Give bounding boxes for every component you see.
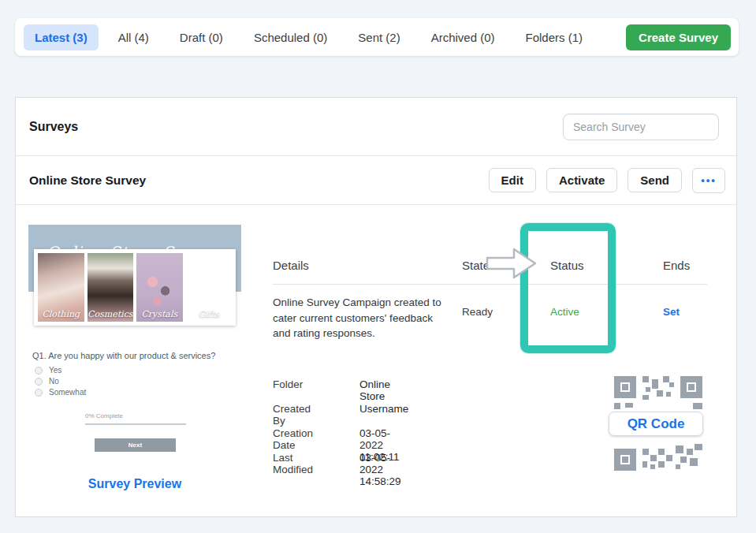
meta-folder-label: Folder xyxy=(273,378,303,390)
callout-arrow-icon xyxy=(486,246,538,281)
progress-label: 0% Complete xyxy=(85,412,123,419)
option-yes: Yes xyxy=(35,366,61,375)
tab-latest[interactable]: Latest (3) xyxy=(24,24,99,50)
create-survey-button[interactable]: Create Survey xyxy=(626,24,731,50)
radio-icon xyxy=(35,389,43,397)
tab-draft[interactable]: Draft (0) xyxy=(169,24,234,50)
status-value: Active xyxy=(550,306,579,318)
search-input[interactable] xyxy=(563,114,719,140)
more-options-button[interactable]: ••• xyxy=(692,168,725,193)
survey-name: Online Store Survey xyxy=(29,173,146,188)
page-title: Surveys xyxy=(29,120,78,134)
survey-tabbar: Latest (3) All (4) Draft (0) Scheduled (… xyxy=(15,18,739,56)
clothing-photo: Clothing xyxy=(38,253,84,322)
meta-last-modified-value: 03-05-2022 14:58:29 xyxy=(359,452,401,487)
survey-detail-content: Online Store Survey Clothing Cosmetics C… xyxy=(16,205,736,517)
survey-preview-link[interactable]: Survey Preview xyxy=(16,477,254,491)
radio-icon xyxy=(35,367,43,375)
survey-description: Online Survey Campaign created to cater … xyxy=(273,295,445,341)
header-details: Details xyxy=(273,259,309,272)
tab-folders[interactable]: Folders (1) xyxy=(515,24,594,50)
tab-all[interactable]: All (4) xyxy=(107,24,160,50)
survey-actions: Edit Activate Send ••• xyxy=(489,168,725,193)
send-button[interactable]: Send xyxy=(628,168,682,192)
gifts-photo: Gifts xyxy=(186,253,233,322)
meta-folder-value: Online Store xyxy=(359,378,390,402)
preview-question: Q1. Are you happy with our product & ser… xyxy=(32,351,215,360)
meta-last-modified-label: Last Modified xyxy=(273,452,313,475)
tab-sent[interactable]: Sent (2) xyxy=(347,24,411,50)
clothing-label: Clothing xyxy=(38,309,84,319)
meta-created-by-label: Created By xyxy=(273,403,311,427)
activate-button[interactable]: Activate xyxy=(546,168,617,192)
header-ends: Ends xyxy=(663,259,690,272)
panel-header: Surveys xyxy=(16,98,736,156)
state-value: Ready xyxy=(462,306,493,318)
header-status: Status xyxy=(550,259,584,272)
option-no-label: No xyxy=(49,377,59,386)
radio-icon xyxy=(35,378,43,386)
survey-list-row: Online Store Survey Edit Activate Send •… xyxy=(16,156,736,205)
meta-creation-date-label: Creation Date xyxy=(273,427,313,451)
qr-code-button[interactable]: QR Code xyxy=(609,412,703,436)
qr-code-label: QR Code xyxy=(628,416,685,432)
crystals-label: Crystals xyxy=(136,309,183,319)
table-divider xyxy=(273,284,707,285)
cosmetics-label: Cosmetics xyxy=(88,309,134,319)
ellipsis-icon: ••• xyxy=(701,174,717,186)
option-no: No xyxy=(35,377,59,386)
option-somewhat-label: Somewhat xyxy=(49,388,86,397)
gifts-label: Gifts xyxy=(186,309,233,319)
edit-button[interactable]: Edit xyxy=(489,168,536,192)
tab-archived[interactable]: Archived (0) xyxy=(420,24,506,50)
meta-created-by-value: Username xyxy=(359,403,408,415)
cosmetics-photo: Cosmetics xyxy=(88,253,134,322)
surveys-panel: Surveys Online Store Survey Edit Activat… xyxy=(15,97,737,517)
progress-bar xyxy=(85,423,186,425)
preview-category-images: Clothing Cosmetics Crystals Gifts xyxy=(34,249,236,326)
option-somewhat: Somewhat xyxy=(35,388,86,397)
status-highlight-box xyxy=(520,223,616,353)
ends-value[interactable]: Set xyxy=(663,306,680,318)
option-yes-label: Yes xyxy=(49,366,61,375)
tab-scheduled[interactable]: Scheduled (0) xyxy=(243,24,338,50)
crystals-photo: Crystals xyxy=(136,253,183,322)
preview-next-button: Next xyxy=(95,438,176,452)
